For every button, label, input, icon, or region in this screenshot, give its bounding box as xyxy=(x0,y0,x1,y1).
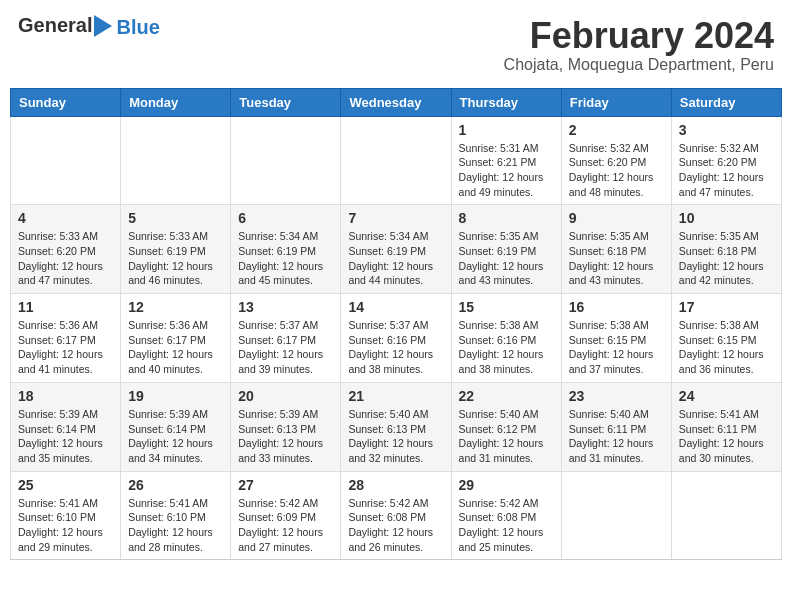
day-number: 5 xyxy=(128,210,223,226)
day-number: 6 xyxy=(238,210,333,226)
calendar-day-25: 25Sunrise: 5:41 AMSunset: 6:10 PMDayligh… xyxy=(11,471,121,560)
day-number: 23 xyxy=(569,388,664,404)
calendar-day-12: 12Sunrise: 5:36 AMSunset: 6:17 PMDayligh… xyxy=(121,294,231,383)
calendar-day-1: 1Sunrise: 5:31 AMSunset: 6:21 PMDaylight… xyxy=(451,116,561,205)
calendar-day-19: 19Sunrise: 5:39 AMSunset: 6:14 PMDayligh… xyxy=(121,382,231,471)
logo-arrow-icon xyxy=(94,15,112,37)
day-number: 2 xyxy=(569,122,664,138)
day-info: Sunrise: 5:32 AMSunset: 6:20 PMDaylight:… xyxy=(679,141,774,200)
calendar-day-10: 10Sunrise: 5:35 AMSunset: 6:18 PMDayligh… xyxy=(671,205,781,294)
day-number: 25 xyxy=(18,477,113,493)
day-number: 12 xyxy=(128,299,223,315)
calendar-empty-cell xyxy=(561,471,671,560)
day-number: 22 xyxy=(459,388,554,404)
calendar-day-15: 15Sunrise: 5:38 AMSunset: 6:16 PMDayligh… xyxy=(451,294,561,383)
weekday-header-thursday: Thursday xyxy=(451,88,561,116)
location-subtitle: Chojata, Moquegua Department, Peru xyxy=(504,56,774,74)
calendar-week-row: 18Sunrise: 5:39 AMSunset: 6:14 PMDayligh… xyxy=(11,382,782,471)
day-number: 14 xyxy=(348,299,443,315)
day-number: 18 xyxy=(18,388,113,404)
calendar-day-29: 29Sunrise: 5:42 AMSunset: 6:08 PMDayligh… xyxy=(451,471,561,560)
header: General Blue General Blue February 2024 … xyxy=(10,10,782,80)
calendar-week-row: 11Sunrise: 5:36 AMSunset: 6:17 PMDayligh… xyxy=(11,294,782,383)
day-info: Sunrise: 5:41 AMSunset: 6:10 PMDaylight:… xyxy=(128,496,223,555)
calendar-day-7: 7Sunrise: 5:34 AMSunset: 6:19 PMDaylight… xyxy=(341,205,451,294)
day-number: 20 xyxy=(238,388,333,404)
day-info: Sunrise: 5:40 AMSunset: 6:12 PMDaylight:… xyxy=(459,407,554,466)
day-info: Sunrise: 5:35 AMSunset: 6:18 PMDaylight:… xyxy=(679,229,774,288)
calendar-header-row: SundayMondayTuesdayWednesdayThursdayFrid… xyxy=(11,88,782,116)
calendar-day-24: 24Sunrise: 5:41 AMSunset: 6:11 PMDayligh… xyxy=(671,382,781,471)
calendar-empty-cell xyxy=(231,116,341,205)
calendar-day-14: 14Sunrise: 5:37 AMSunset: 6:16 PMDayligh… xyxy=(341,294,451,383)
calendar-day-13: 13Sunrise: 5:37 AMSunset: 6:17 PMDayligh… xyxy=(231,294,341,383)
calendar-empty-cell xyxy=(11,116,121,205)
calendar-week-row: 25Sunrise: 5:41 AMSunset: 6:10 PMDayligh… xyxy=(11,471,782,560)
calendar-empty-cell xyxy=(341,116,451,205)
day-number: 10 xyxy=(679,210,774,226)
calendar-empty-cell xyxy=(121,116,231,205)
weekday-header-monday: Monday xyxy=(121,88,231,116)
day-info: Sunrise: 5:42 AMSunset: 6:09 PMDaylight:… xyxy=(238,496,333,555)
svg-marker-3 xyxy=(94,15,112,37)
calendar-day-11: 11Sunrise: 5:36 AMSunset: 6:17 PMDayligh… xyxy=(11,294,121,383)
title-section: February 2024 Chojata, Moquegua Departme… xyxy=(504,16,774,74)
day-number: 26 xyxy=(128,477,223,493)
day-info: Sunrise: 5:31 AMSunset: 6:21 PMDaylight:… xyxy=(459,141,554,200)
day-number: 11 xyxy=(18,299,113,315)
day-info: Sunrise: 5:38 AMSunset: 6:15 PMDaylight:… xyxy=(569,318,664,377)
day-info: Sunrise: 5:40 AMSunset: 6:11 PMDaylight:… xyxy=(569,407,664,466)
day-info: Sunrise: 5:32 AMSunset: 6:20 PMDaylight:… xyxy=(569,141,664,200)
day-number: 21 xyxy=(348,388,443,404)
day-info: Sunrise: 5:33 AMSunset: 6:20 PMDaylight:… xyxy=(18,229,113,288)
day-info: Sunrise: 5:40 AMSunset: 6:13 PMDaylight:… xyxy=(348,407,443,466)
day-number: 7 xyxy=(348,210,443,226)
day-number: 13 xyxy=(238,299,333,315)
day-info: Sunrise: 5:37 AMSunset: 6:16 PMDaylight:… xyxy=(348,318,443,377)
calendar-day-21: 21Sunrise: 5:40 AMSunset: 6:13 PMDayligh… xyxy=(341,382,451,471)
day-number: 15 xyxy=(459,299,554,315)
day-info: Sunrise: 5:33 AMSunset: 6:19 PMDaylight:… xyxy=(128,229,223,288)
day-number: 28 xyxy=(348,477,443,493)
calendar-empty-cell xyxy=(671,471,781,560)
logo-blue: Blue xyxy=(116,16,159,38)
day-number: 4 xyxy=(18,210,113,226)
day-number: 29 xyxy=(459,477,554,493)
day-info: Sunrise: 5:38 AMSunset: 6:15 PMDaylight:… xyxy=(679,318,774,377)
calendar-day-3: 3Sunrise: 5:32 AMSunset: 6:20 PMDaylight… xyxy=(671,116,781,205)
calendar-day-6: 6Sunrise: 5:34 AMSunset: 6:19 PMDaylight… xyxy=(231,205,341,294)
calendar-day-26: 26Sunrise: 5:41 AMSunset: 6:10 PMDayligh… xyxy=(121,471,231,560)
calendar-day-23: 23Sunrise: 5:40 AMSunset: 6:11 PMDayligh… xyxy=(561,382,671,471)
calendar-day-5: 5Sunrise: 5:33 AMSunset: 6:19 PMDaylight… xyxy=(121,205,231,294)
weekday-header-saturday: Saturday xyxy=(671,88,781,116)
day-info: Sunrise: 5:36 AMSunset: 6:17 PMDaylight:… xyxy=(128,318,223,377)
day-number: 3 xyxy=(679,122,774,138)
day-number: 24 xyxy=(679,388,774,404)
day-info: Sunrise: 5:42 AMSunset: 6:08 PMDaylight:… xyxy=(348,496,443,555)
calendar-day-22: 22Sunrise: 5:40 AMSunset: 6:12 PMDayligh… xyxy=(451,382,561,471)
month-year-title: February 2024 xyxy=(504,16,774,56)
day-info: Sunrise: 5:37 AMSunset: 6:17 PMDaylight:… xyxy=(238,318,333,377)
day-number: 1 xyxy=(459,122,554,138)
calendar-day-16: 16Sunrise: 5:38 AMSunset: 6:15 PMDayligh… xyxy=(561,294,671,383)
day-info: Sunrise: 5:42 AMSunset: 6:08 PMDaylight:… xyxy=(459,496,554,555)
calendar-day-2: 2Sunrise: 5:32 AMSunset: 6:20 PMDaylight… xyxy=(561,116,671,205)
logo: General Blue General Blue xyxy=(18,16,160,39)
calendar-day-27: 27Sunrise: 5:42 AMSunset: 6:09 PMDayligh… xyxy=(231,471,341,560)
day-number: 9 xyxy=(569,210,664,226)
calendar-week-row: 1Sunrise: 5:31 AMSunset: 6:21 PMDaylight… xyxy=(11,116,782,205)
day-info: Sunrise: 5:36 AMSunset: 6:17 PMDaylight:… xyxy=(18,318,113,377)
day-info: Sunrise: 5:39 AMSunset: 6:13 PMDaylight:… xyxy=(238,407,333,466)
calendar-day-8: 8Sunrise: 5:35 AMSunset: 6:19 PMDaylight… xyxy=(451,205,561,294)
day-info: Sunrise: 5:34 AMSunset: 6:19 PMDaylight:… xyxy=(348,229,443,288)
weekday-header-tuesday: Tuesday xyxy=(231,88,341,116)
day-number: 17 xyxy=(679,299,774,315)
day-info: Sunrise: 5:39 AMSunset: 6:14 PMDaylight:… xyxy=(128,407,223,466)
weekday-header-friday: Friday xyxy=(561,88,671,116)
calendar-day-28: 28Sunrise: 5:42 AMSunset: 6:08 PMDayligh… xyxy=(341,471,451,560)
day-number: 27 xyxy=(238,477,333,493)
day-info: Sunrise: 5:35 AMSunset: 6:18 PMDaylight:… xyxy=(569,229,664,288)
calendar-day-4: 4Sunrise: 5:33 AMSunset: 6:20 PMDaylight… xyxy=(11,205,121,294)
weekday-header-sunday: Sunday xyxy=(11,88,121,116)
calendar-day-18: 18Sunrise: 5:39 AMSunset: 6:14 PMDayligh… xyxy=(11,382,121,471)
